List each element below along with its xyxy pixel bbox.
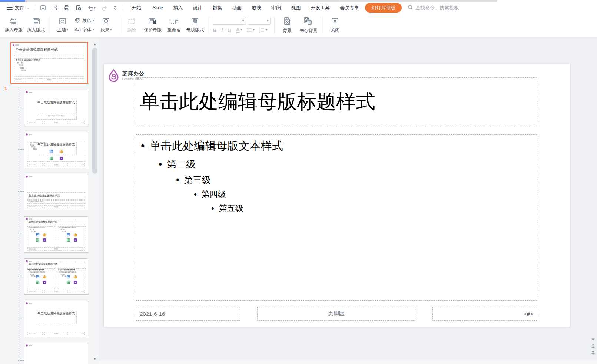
mini-logo [13, 44, 19, 46]
insert-master-button[interactable]: 插入母版 [3, 13, 24, 37]
ribbon-tab-2[interactable]: iSlide [152, 5, 163, 10]
slide-thumbnail-title-slide[interactable]: 单击此处编辑母版标题样式单击此处编辑母版副标题样式2021-6-16页脚区<#> [24, 90, 88, 126]
ribbon-tab-6[interactable]: 动画 [232, 4, 242, 11]
image-icon [36, 233, 40, 237]
date-placeholder[interactable]: 2021-6-16 [136, 307, 240, 321]
chart-icon [73, 275, 77, 279]
slide-thumbnail-title-content[interactable]: 单击此处编辑母版标题样式· 单击此处编辑母版文本样式· 第二级· 第三级· 第四… [24, 132, 88, 168]
font-name-select[interactable]: ▾ [213, 17, 246, 25]
ribbon-tabs: 开始iSlide插入设计切换动画放映审阅视图开发工具会员专享 [132, 4, 359, 11]
bullet-list-button[interactable]: ▾ [246, 27, 255, 33]
canvas-scroll-down-icon[interactable] [591, 338, 595, 341]
ribbon-tab-9[interactable]: 视图 [291, 4, 301, 11]
thumb-title: 单击此处编辑母版标题样式 [27, 262, 85, 267]
scroll-up-icon[interactable]: ▲ [93, 43, 97, 46]
image-icon [66, 275, 70, 279]
redo-icon[interactable] [101, 4, 108, 11]
video-icon [73, 280, 77, 284]
video-icon [43, 280, 47, 284]
slide-thumbnail-blank[interactable] [24, 343, 88, 364]
underline-button[interactable]: U [228, 27, 232, 33]
scrollbar-thumb[interactable] [92, 48, 97, 174]
table-icon [49, 156, 54, 161]
search-placeholder: 查找命令、搜索模板 [415, 4, 459, 11]
ribbon-tab-4[interactable]: 设计 [193, 4, 202, 11]
ribbon-tab-3[interactable]: 插入 [173, 4, 183, 11]
table-icon [66, 238, 70, 242]
page-number-placeholder[interactable]: <#> [432, 307, 537, 321]
delete-button[interactable]: 删除 [122, 13, 141, 37]
svg-text:Aa: Aa [61, 19, 64, 22]
ribbon-tab-8[interactable]: 审阅 [271, 4, 281, 11]
body-level-4: •第四级 [194, 189, 537, 200]
customize-toolbar-icon[interactable] [113, 6, 117, 10]
slide-thumbnail-comparison[interactable]: 单击此处编辑母版标题样式单击此处编辑母版文本样式· 单击此处编辑母版文本样式· … [24, 258, 88, 295]
slide-master-mode-pill[interactable]: 幻灯片母版 [365, 3, 402, 13]
thumbnail-panel: 1 单击此处编辑母版标题样式· 单击此处编辑母版文本样式· 第二级· 第三级· … [0, 37, 99, 364]
scroll-down-icon[interactable]: ▼ [93, 357, 97, 361]
thumb-title: 单击此处编辑母版标题样式 [27, 192, 85, 200]
colors-button[interactable]: 颜色▾ [74, 17, 94, 24]
thumb-title: 单击此处编辑母版标题样式 [36, 100, 77, 113]
master-layout-button[interactable]: 母版版式 [184, 13, 206, 37]
slide-thumbnail-two-content[interactable]: 单击此处编辑母版标题样式· 单击此处编辑母版文本样式· 第二级· 第三级· 单击… [24, 216, 88, 253]
numbered-list-button[interactable]: 123▾ [259, 27, 267, 33]
thumb-title: 单击此处编辑母版标题样式 [36, 311, 77, 324]
save-background-button[interactable]: 另存背景 [298, 13, 319, 37]
body-placeholder[interactable]: •单击此处编辑母版文本样式•第二级•第三级•第四级•第五级 [136, 134, 537, 301]
slide-thumbnail-master[interactable]: 单击此处编辑母版标题样式· 单击此处编辑母版文本样式· 第二级· 第三级· 第四… [10, 42, 88, 84]
bold-button[interactable]: B [213, 27, 217, 33]
fonts-button[interactable]: Aa 字体▾ [74, 27, 94, 33]
thumbnail-scrollbar[interactable]: ▲ ▼ [92, 42, 98, 364]
thumb-title: 单击此处编辑母版标题样式 [27, 220, 85, 225]
protect-master-button[interactable]: 保护母版 [142, 13, 163, 37]
mini-logo [26, 91, 32, 93]
save-icon[interactable] [40, 4, 46, 11]
slide-master-editor[interactable]: 芝麻办公 Sesame Office 单击此处编辑母版标题样式 •单击此处编辑母… [104, 64, 570, 327]
table-icon [36, 280, 40, 284]
undo-icon[interactable] [87, 4, 96, 11]
ribbon-toolbar: 插入母版 插入版式 Aa 主题▾ 颜色▾ Aa 字体▾ 效果▾ [0, 13, 597, 37]
body-level-1: •单击此处编辑母版文本样式 [141, 138, 537, 154]
video-icon [43, 238, 47, 242]
print-icon[interactable] [63, 4, 70, 11]
export-icon[interactable] [52, 4, 58, 11]
file-menu-label: 文件 [15, 4, 24, 11]
ribbon-tab-1[interactable]: 开始 [132, 4, 142, 11]
file-menu[interactable]: 文件 ⌄ [4, 4, 32, 11]
search-icon [408, 4, 413, 11]
search-input[interactable]: 查找命令、搜索模板 [408, 4, 459, 11]
next-slide-button[interactable] [591, 351, 595, 355]
palette-icon [74, 17, 81, 24]
ribbon-tab-10[interactable]: 开发工具 [311, 4, 330, 11]
chevron-down-icon: ⌄ [27, 6, 30, 10]
ribbon-tab-5[interactable]: 切换 [212, 4, 222, 11]
menu-bar: 文件 ⌄ 开始iSlide插入设计切换动画放映审阅视图开发工具会员专享 幻灯片母… [0, 2, 597, 13]
image-icon [49, 149, 54, 154]
slide-thumbnail-title-only[interactable]: 单击此处编辑母版标题样式2021-6-16页脚区<#> [24, 301, 88, 337]
ribbon-tab-7[interactable]: 放映 [252, 4, 261, 11]
ribbon-tab-11[interactable]: 会员专享 [340, 4, 359, 11]
title-placeholder[interactable]: 单击此处编辑母版标题样式 [136, 77, 537, 126]
video-icon [73, 238, 77, 242]
slide-thumbnail-section-header[interactable]: 单击此处编辑母版标题样式单击此处编辑母版文本样式2021-6-16页脚区<#> [24, 174, 88, 210]
chart-icon [43, 233, 47, 237]
theme-button[interactable]: Aa 主题▾ [53, 13, 72, 37]
table-icon [66, 280, 70, 284]
print-preview-icon[interactable] [75, 4, 82, 11]
close-master-view-button[interactable]: 关闭 [325, 13, 345, 37]
font-aa-icon: Aa [74, 27, 81, 33]
previous-slide-button[interactable] [591, 344, 595, 348]
italic-button[interactable]: I [221, 27, 223, 33]
font-size-select[interactable]: ▾ [248, 17, 271, 25]
background-button[interactable]: 背景 [278, 13, 297, 37]
font-color-button[interactable]: A▾ [236, 27, 242, 33]
footer-placeholder[interactable]: 页脚区 [257, 307, 415, 321]
status-bar-edge [99, 361, 597, 364]
insert-layout-button[interactable]: 插入版式 [25, 13, 47, 37]
mini-logo [26, 302, 32, 304]
hamburger-icon [7, 6, 13, 10]
rename-button[interactable]: 重命名 [164, 13, 183, 37]
body-level-5: •第五级 [211, 203, 537, 214]
effects-button[interactable]: 效果▾ [96, 13, 116, 37]
